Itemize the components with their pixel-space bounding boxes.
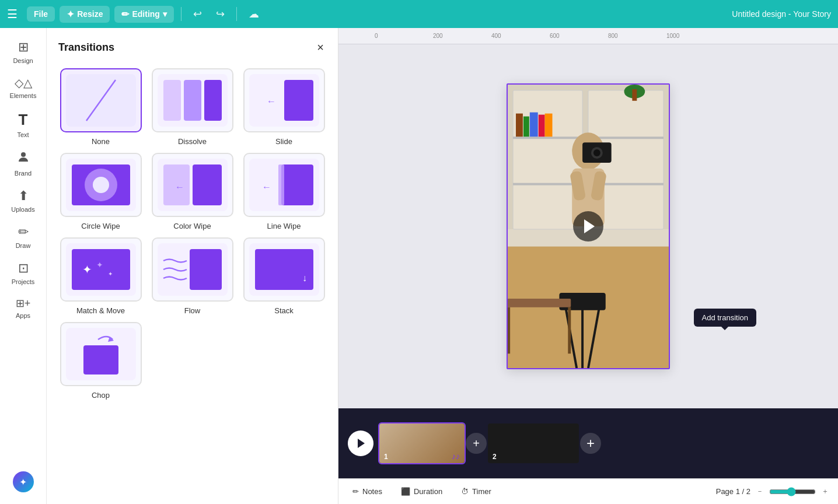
svg-rect-64: [568, 307, 571, 354]
transition-stack[interactable]: ↓ Stack: [242, 237, 326, 315]
page-indicator: Page 1 / 2: [716, 487, 750, 496]
transition-label-none: None: [92, 137, 110, 146]
transition-label-stack: Stack: [274, 306, 294, 315]
svg-point-13: [93, 177, 109, 193]
undo-button[interactable]: ↩: [188, 5, 207, 23]
svg-rect-23: [72, 249, 130, 290]
transition-thumb-none: [60, 68, 142, 132]
cloud-button[interactable]: ☁: [244, 5, 264, 23]
transition-label-slide: Slide: [275, 137, 292, 146]
sidebar-item-apps[interactable]: ⊞+ Apps: [4, 292, 43, 324]
magic-icon: ✦: [13, 471, 34, 492]
transition-chop[interactable]: Chop: [58, 322, 143, 400]
svg-point-55: [593, 149, 600, 156]
panel-title: Transitions: [58, 41, 114, 54]
notes-icon: ✏: [352, 487, 359, 496]
sidebar-item-draw[interactable]: ✏ Draw: [4, 220, 43, 254]
transition-label-color-wipe: Color Wipe: [173, 222, 211, 230]
file-button[interactable]: File: [27, 6, 55, 22]
match-move-preview: ✦ ✦ ✦: [66, 243, 136, 296]
menu-icon[interactable]: ☰: [7, 7, 18, 21]
color-wipe-preview: ←: [158, 159, 228, 211]
brand-icon: [16, 150, 30, 167]
transition-thumb-chop: [60, 322, 142, 386]
dissolve-preview: [158, 74, 228, 127]
chevron-down-icon: ▾: [163, 9, 167, 19]
canvas-area: Add transition: [338, 44, 838, 408]
divider: [181, 7, 181, 21]
projects-icon: ⊡: [18, 261, 29, 276]
design-icon: ⊞: [18, 40, 29, 55]
transition-thumb-flow: [152, 237, 233, 302]
ruler: 0 200 400 600 800 1000: [338, 28, 838, 44]
timeline-track: 1 ♪♪ + 2 +: [378, 422, 829, 464]
transition-circle-wipe[interactable]: Circle Wipe: [58, 153, 143, 230]
draw-icon: ✏: [18, 225, 29, 240]
close-button[interactable]: ×: [315, 38, 326, 57]
resize-button[interactable]: ✦ Resize: [60, 6, 110, 23]
transition-label-chop: Chop: [92, 391, 110, 400]
svg-text:←: ←: [175, 182, 184, 192]
duration-button[interactable]: ⬛ Duration: [396, 485, 447, 498]
ruler-mark-200: 200: [432, 33, 490, 39]
sidebar-item-projects[interactable]: ⊡ Projects: [4, 256, 43, 290]
svg-rect-20: [278, 164, 284, 205]
timer-button[interactable]: ⏱ Timer: [456, 485, 496, 498]
timeline-play-button[interactable]: [348, 430, 373, 456]
svg-text:✦: ✦: [82, 263, 92, 276]
timeline-clip-2[interactable]: 2: [487, 422, 580, 464]
document-title: Untitled design - Your Story: [732, 9, 831, 19]
transition-none[interactable]: None: [58, 68, 143, 146]
sidebar-label-brand: Brand: [15, 170, 32, 177]
transition-line-wipe[interactable]: ← Line Wipe: [242, 153, 326, 230]
transition-thumb-slide: ←: [243, 68, 325, 132]
play-icon-small: [358, 439, 365, 448]
transition-slide[interactable]: ← Slide: [242, 68, 326, 146]
add-transition-button[interactable]: +: [466, 433, 487, 454]
text-icon: T: [19, 111, 28, 129]
sidebar-item-elements[interactable]: ◇△ Elements: [4, 71, 43, 104]
sidebar-label-apps: Apps: [16, 312, 30, 319]
flow-preview: [158, 243, 228, 296]
sidebar-item-uploads[interactable]: ⬆ Uploads: [4, 184, 43, 218]
svg-rect-4: [163, 80, 181, 121]
svg-rect-39: [513, 136, 582, 139]
zoom-slider[interactable]: [769, 487, 816, 496]
clip-number-2: 2: [493, 453, 497, 461]
clip-number-1: 1: [384, 453, 388, 461]
elements-icon: ◇△: [15, 76, 32, 90]
transition-flow[interactable]: Flow: [150, 237, 235, 315]
sidebar-item-design[interactable]: ⊞ Design: [4, 35, 43, 69]
svg-rect-30: [255, 249, 313, 290]
play-button-video[interactable]: [573, 211, 603, 242]
editing-button[interactable]: ✏ Editing ▾: [114, 6, 173, 23]
panel-header: Transitions ×: [47, 28, 338, 64]
ruler-mark-600: 600: [549, 33, 607, 39]
svg-text:✦: ✦: [108, 271, 113, 277]
transition-thumb-circle-wipe: [60, 153, 142, 217]
add-clip-button[interactable]: +: [580, 433, 601, 454]
notes-label: Notes: [362, 487, 382, 496]
transition-dissolve[interactable]: Dissolve: [150, 68, 235, 146]
notes-button[interactable]: ✏ Notes: [348, 485, 387, 498]
topbar-left: ☰ File ✦ Resize ✏ Editing ▾ ↩ ↪ ☁: [7, 5, 417, 23]
bottom-bar: ✏ Notes ⬛ Duration ⏱ Timer Page 1 / 2 － …: [338, 478, 838, 504]
timeline-clip-1[interactable]: 1 ♪♪: [378, 422, 466, 464]
transition-label-line-wipe: Line Wipe: [267, 222, 301, 230]
transition-match-move[interactable]: ✦ ✦ ✦ Match & Move: [58, 237, 143, 315]
chop-preview: [66, 328, 136, 380]
play-triangle-icon: [584, 219, 595, 233]
resize-icon: ✦: [67, 9, 74, 20]
redo-button[interactable]: ↪: [211, 5, 229, 23]
sidebar-item-magic[interactable]: ✦: [4, 467, 43, 497]
divider2: [236, 7, 237, 21]
sidebar-item-text[interactable]: T Text: [4, 106, 43, 143]
svg-rect-43: [516, 114, 523, 137]
svg-rect-28: [190, 249, 222, 290]
topbar-right: Untitled design - Your Story: [421, 9, 831, 19]
svg-text:←: ←: [262, 182, 271, 192]
canvas-wrapper: 0 200 400 600 800 1000: [338, 28, 838, 504]
svg-rect-8: [284, 80, 313, 121]
transition-color-wipe[interactable]: ← Color Wipe: [150, 153, 235, 230]
sidebar-item-brand[interactable]: Brand: [4, 145, 43, 181]
